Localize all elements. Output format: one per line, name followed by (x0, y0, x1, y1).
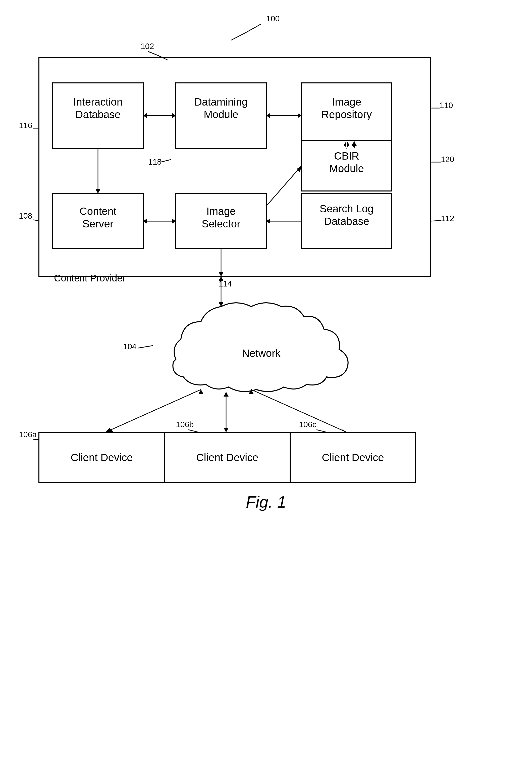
ref-100: 100 (266, 14, 280, 23)
svg-line-12 (266, 166, 301, 206)
datamining-module-label-1: Datamining (195, 96, 248, 108)
svg-marker-5 (266, 113, 270, 118)
ref-116: 116 (19, 121, 32, 130)
client-device-c-label: Client Device (322, 451, 384, 463)
cbir-module-label-1: CBIR (334, 150, 359, 162)
svg-marker-15 (266, 219, 270, 224)
ref-118: 118 (148, 157, 162, 166)
svg-marker-18 (143, 219, 147, 224)
ref-106c: 106c (299, 420, 316, 429)
svg-marker-17 (172, 219, 176, 224)
svg-marker-4 (298, 113, 301, 118)
ref-120: 120 (441, 155, 454, 164)
ref-112: 112 (441, 214, 454, 223)
content-server-label-1: Content (79, 205, 116, 217)
svg-marker-1 (172, 113, 176, 118)
svg-marker-22 (219, 272, 224, 276)
network-label: Network (242, 347, 281, 359)
ref-106b: 106b (176, 420, 194, 429)
ref-104: 104 (123, 342, 137, 351)
ref-110: 110 (440, 101, 453, 110)
image-selector-label-2: Selector (202, 218, 240, 230)
cbir-module-label-2: Module (329, 163, 364, 174)
interaction-database-label-2: Database (75, 109, 120, 120)
svg-marker-20 (95, 189, 100, 193)
client-device-a-label: Client Device (70, 451, 132, 463)
svg-marker-25 (219, 276, 224, 281)
network-cloud: Network (173, 303, 348, 392)
ref-108: 108 (19, 211, 32, 220)
image-repository-label-1: Image (332, 96, 361, 108)
ref-102: 102 (141, 42, 154, 51)
interaction-database-label-1: Interaction (73, 96, 122, 108)
search-log-database-label-2: Database (324, 215, 369, 227)
image-repository-label-2: Repository (321, 109, 372, 120)
diagram-container: 100 102 Content Provider 116 110 118 120… (0, 0, 532, 776)
content-server-label-2: Server (82, 218, 113, 230)
datamining-module-label-2: Module (204, 109, 238, 120)
figure-label: Fig. 1 (246, 493, 286, 511)
client-device-b-label: Client Device (196, 451, 258, 463)
svg-marker-13 (297, 166, 301, 172)
svg-marker-27 (105, 428, 113, 432)
search-log-database-label-1: Search Log (320, 203, 374, 215)
content-provider-label: Content Provider (54, 273, 125, 283)
image-selector-label-1: Image (207, 205, 236, 217)
ref-106a: 106a (19, 430, 37, 439)
svg-marker-2 (143, 113, 147, 118)
svg-marker-29 (224, 428, 229, 432)
svg-marker-33 (224, 392, 229, 397)
